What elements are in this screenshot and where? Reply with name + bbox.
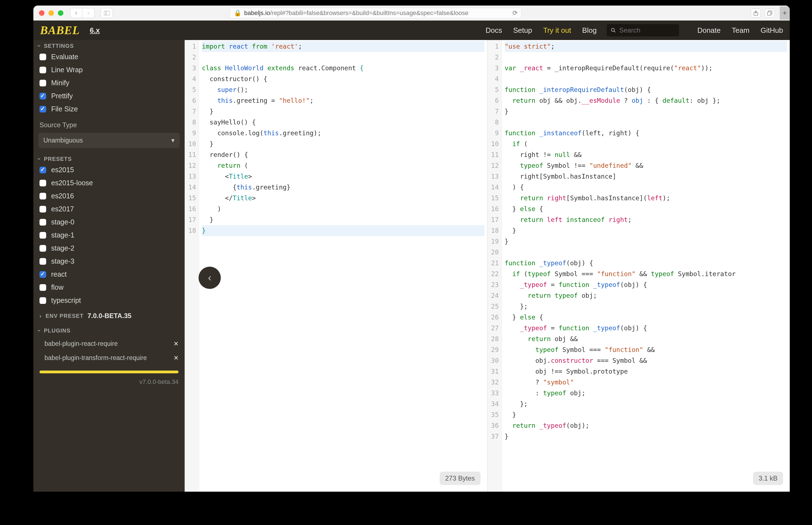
address-bar[interactable]: 🔒 babeljs.io /repl#?babili=false&browser… [230,8,522,18]
sidebar-toggle-icon[interactable] [101,8,113,18]
url-path: /repl#?babili=false&browsers=&build=&bui… [270,10,468,17]
remove-plugin-icon[interactable]: ✕ [174,355,178,362]
setting-prettify[interactable]: Prettify [33,89,185,103]
preset-es2015[interactable]: es2015 [33,163,185,176]
checkbox[interactable] [40,106,46,112]
checkbox[interactable] [40,258,46,265]
setting-minify[interactable]: Minify [33,76,185,89]
sidebar: › SETTINGS EvaluateLine WrapMinifyPretti… [33,40,185,492]
plugin-item: babel-plugin-transform-react-require✕ [33,351,185,365]
nav-link-github[interactable]: GitHub [760,26,783,35]
checkbox[interactable] [40,93,46,100]
remove-plugin-icon[interactable]: ✕ [174,340,178,347]
nav-link-donate[interactable]: Donate [697,26,721,35]
svg-point-4 [611,28,614,31]
settings-header[interactable]: › SETTINGS [33,40,185,50]
browser-chrome: ‹ › 🔒 babeljs.io /repl#?babili=false&bro… [33,5,790,20]
reload-icon[interactable]: ⟳ [512,10,518,17]
preset-es2016[interactable]: es2016 [33,190,185,202]
preset-es2015-loose[interactable]: es2015-loose [33,176,185,190]
nav-link-docs[interactable]: Docs [485,26,502,35]
close-window-icon[interactable] [39,10,44,16]
option-label: typescript [51,296,81,304]
input-editor[interactable]: 123456789101112131415161718 import react… [185,40,487,492]
nav-link-setup[interactable]: Setup [513,26,532,35]
tabs-icon[interactable] [765,9,775,17]
lock-icon: 🔒 [234,10,241,17]
setting-evaluate[interactable]: Evaluate [33,50,185,63]
preset-stage-0[interactable]: stage-0 [33,215,185,229]
checkbox[interactable] [40,54,46,60]
back-button[interactable]: ‹ [70,8,82,18]
preset-flow[interactable]: flow [33,281,185,294]
option-label: Prettify [51,92,73,100]
search-input[interactable] [619,26,675,34]
output-size-badge: 3.1 kB [753,472,783,485]
checkbox[interactable] [40,180,46,186]
option-label: react [51,270,67,278]
forward-button[interactable]: › [82,8,95,18]
collapse-sidebar-button[interactable]: ‹ [199,267,221,289]
checkbox[interactable] [40,167,46,173]
setting-file-size[interactable]: File Size [33,103,185,116]
browser-right-buttons: + [751,6,784,20]
checkbox[interactable] [40,271,46,278]
logo[interactable]: BABEL [40,24,80,37]
svg-rect-0 [104,11,110,15]
version-link[interactable]: 6.x [90,26,100,35]
option-label: stage-2 [51,244,74,252]
checkbox[interactable] [40,284,46,291]
preset-stage-1[interactable]: stage-1 [33,229,185,242]
traffic-lights [39,10,63,16]
input-code[interactable]: import react from 'react'; class HelloWo… [199,40,487,492]
nav-right-links: DonateTeamGitHub [697,26,783,35]
line-gutter: 123456789101112131415161718 [185,40,199,492]
env-preset-version: 7.0.0-BETA.35 [87,312,131,320]
babel-version: v7.0.0-beta.34 [33,374,185,391]
share-icon[interactable] [751,9,761,17]
option-label: stage-3 [51,257,74,265]
option-label: es2017 [51,205,74,213]
output-editor: 1234567891011121314151617181920212223242… [487,40,790,492]
plugins-title: PLUGINS [44,328,71,334]
svg-rect-3 [768,12,771,15]
new-tab-button[interactable]: + [780,6,790,20]
main-body: › SETTINGS EvaluateLine WrapMinifyPretti… [33,40,790,492]
checkbox[interactable] [40,297,46,304]
plugin-search-bar[interactable] [40,371,178,373]
checkbox[interactable] [40,80,46,86]
search-box[interactable] [607,24,679,36]
option-label: es2015-loose [51,179,93,187]
minimize-window-icon[interactable] [48,10,54,16]
checkbox[interactable] [40,219,46,226]
line-gutter: 1234567891011121314151617181920212223242… [488,40,502,492]
preset-es2017[interactable]: es2017 [33,202,185,215]
plugin-item: babel-plugin-react-require✕ [33,337,185,351]
option-label: Evaluate [51,53,78,61]
option-label: flow [51,283,63,291]
output-code: "use strict"; var _react = _interopRequi… [502,40,790,492]
nav-link-blog[interactable]: Blog [582,26,597,35]
checkbox[interactable] [40,67,46,73]
settings-title: SETTINGS [44,43,74,49]
option-label: Minify [51,79,69,87]
checkbox[interactable] [40,193,46,199]
nav-link-team[interactable]: Team [732,26,750,35]
preset-stage-2[interactable]: stage-2 [33,242,185,255]
browser-window: ‹ › 🔒 babeljs.io /repl#?babili=false&bro… [33,5,790,492]
setting-line-wrap[interactable]: Line Wrap [33,63,185,76]
option-label: stage-1 [51,231,74,239]
env-preset-header[interactable]: › ENV PRESET 7.0.0-BETA.35 [33,307,185,325]
source-type-select[interactable]: Unambiguous ▾ [38,133,180,148]
plugins-header[interactable]: › PLUGINS [33,325,185,335]
preset-stage-3[interactable]: stage-3 [33,255,185,268]
maximize-window-icon[interactable] [58,10,63,16]
preset-react[interactable]: react [33,268,185,281]
nav-link-try-it-out[interactable]: Try it out [543,26,571,35]
checkbox[interactable] [40,206,46,212]
checkbox[interactable] [40,232,46,239]
preset-typescript[interactable]: typescript [33,294,185,307]
checkbox[interactable] [40,245,46,252]
input-size-badge: 273 Bytes [440,472,480,485]
presets-header[interactable]: › PRESETS [33,153,185,163]
